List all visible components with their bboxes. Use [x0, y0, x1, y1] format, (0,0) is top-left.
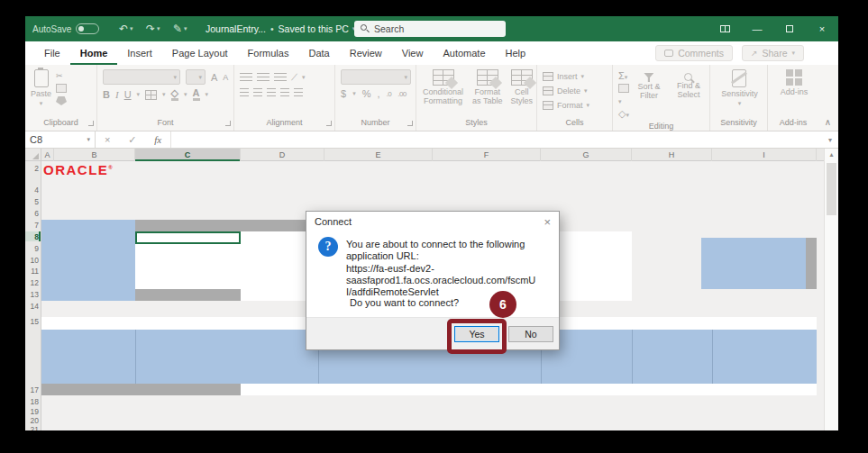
scrollbar-thumb[interactable]: [827, 163, 836, 215]
borders-button[interactable]: [145, 90, 157, 100]
autosave-toggle[interactable]: AutoSave: [32, 16, 99, 41]
fill-button[interactable]: ▾: [618, 84, 629, 105]
bold-button[interactable]: B: [103, 89, 110, 100]
tab-help[interactable]: Help: [496, 41, 536, 65]
selected-cell-C8[interactable]: [135, 231, 241, 244]
sort-filter-button[interactable]: Sort & Filter: [634, 73, 664, 120]
tab-view[interactable]: View: [392, 41, 434, 65]
row-header-9[interactable]: 9: [25, 243, 41, 253]
decrease-font-size-button[interactable]: A: [223, 73, 228, 82]
percent-style-button[interactable]: %: [362, 88, 371, 99]
row-header-6[interactable]: 6: [25, 208, 41, 218]
row-header-18[interactable]: 18: [25, 396, 41, 406]
column-header-H[interactable]: H: [632, 149, 712, 161]
row-header-13[interactable]: 13: [25, 289, 41, 299]
paste-button[interactable]: Paste ▾: [31, 69, 51, 116]
format-painter-button[interactable]: [56, 96, 67, 105]
font-name-select[interactable]: ▾: [103, 69, 180, 85]
cut-button[interactable]: ✂: [56, 71, 67, 80]
addins-button[interactable]: Add-ins: [781, 69, 809, 116]
tab-home[interactable]: Home: [70, 41, 118, 65]
enter-formula-button[interactable]: ✓: [128, 134, 136, 146]
align-top-button[interactable]: [240, 73, 252, 82]
orientation-button[interactable]: ⟋: [291, 72, 297, 83]
formula-input[interactable]: [171, 131, 822, 148]
cancel-formula-button[interactable]: ×: [105, 134, 110, 145]
increase-indent-button[interactable]: [294, 88, 303, 97]
redo-button[interactable]: ↷▾: [146, 16, 160, 41]
cell-styles-button[interactable]: Cell Styles: [511, 69, 534, 116]
tab-data[interactable]: Data: [298, 41, 339, 65]
increase-font-size-button[interactable]: A: [211, 72, 217, 83]
comments-button[interactable]: Comments: [655, 45, 733, 61]
accounting-format-button[interactable]: $: [341, 88, 346, 99]
underline-button[interactable]: U: [124, 89, 132, 100]
minimize-button[interactable]: —: [741, 16, 773, 41]
tab-review[interactable]: Review: [340, 41, 392, 65]
align-middle-button[interactable]: [257, 73, 270, 82]
alignment-dialog-launcher[interactable]: [326, 121, 332, 126]
expand-formula-bar-button[interactable]: ▾: [822, 131, 838, 148]
cell-range-blue-right[interactable]: [701, 238, 806, 289]
name-box[interactable]: C8 ▾: [25, 131, 96, 148]
row-header-7[interactable]: 7: [25, 220, 41, 230]
document-title[interactable]: JournalEntry... • Saved to this PC ▾: [206, 16, 355, 41]
insert-function-button[interactable]: fx: [154, 134, 161, 145]
close-button[interactable]: ×: [806, 16, 838, 41]
decrease-decimal-button[interactable]: .00: [397, 90, 407, 98]
undo-button[interactable]: ↶▾: [119, 16, 133, 41]
row-header-5[interactable]: 5: [25, 196, 41, 206]
clipboard-dialog-launcher[interactable]: [88, 121, 94, 126]
row-header-11[interactable]: 11: [25, 266, 41, 276]
number-dialog-launcher[interactable]: [407, 121, 413, 126]
tab-page-layout[interactable]: Page Layout: [162, 41, 238, 65]
row-header-17[interactable]: 17: [25, 385, 41, 394]
tab-insert[interactable]: Insert: [117, 41, 162, 65]
restore-button[interactable]: [773, 16, 806, 41]
tab-automate[interactable]: Automate: [433, 41, 495, 65]
share-button[interactable]: ↗ Share ▾: [742, 45, 804, 61]
conditional-formatting-button[interactable]: Conditional Formatting: [422, 69, 464, 116]
font-color-button[interactable]: A: [193, 88, 200, 101]
align-center-button[interactable]: [253, 88, 262, 97]
cell-range-gray-row13[interactable]: [135, 289, 241, 301]
cell-range-gray-right[interactable]: [806, 238, 817, 289]
number-format-select[interactable]: ▾: [341, 69, 411, 85]
increase-decimal-button[interactable]: .0: [386, 90, 391, 98]
row-header-10[interactable]: 10: [25, 255, 41, 265]
ribbon-display-options-button[interactable]: [708, 16, 741, 41]
row-header-15[interactable]: 15: [25, 316, 41, 326]
cell-range-gray-row18[interactable]: [41, 384, 241, 395]
collapse-ribbon-button[interactable]: ∧: [825, 117, 831, 127]
search-input[interactable]: Search: [354, 21, 506, 37]
column-header-A[interactable]: A: [41, 149, 54, 161]
find-select-button[interactable]: Find & Select: [672, 73, 706, 120]
scroll-up-icon[interactable]: ▴: [825, 150, 838, 159]
row-header-12[interactable]: 12: [25, 277, 41, 287]
quick-access-customize[interactable]: ✎▾: [173, 16, 187, 41]
align-bottom-button[interactable]: [274, 73, 287, 82]
sensitivity-button[interactable]: Sensitivity ▾: [721, 69, 758, 116]
autosum-button[interactable]: Σ▾: [618, 70, 629, 81]
select-all-corner[interactable]: [25, 149, 41, 161]
column-header-D[interactable]: D: [241, 149, 324, 161]
decrease-indent-button[interactable]: [280, 88, 289, 97]
format-as-table-button[interactable]: Format as Table: [472, 69, 502, 116]
font-size-select[interactable]: ▾: [186, 69, 206, 85]
comma-style-button[interactable]: ,: [377, 88, 379, 99]
dialog-close-button[interactable]: ×: [544, 216, 551, 228]
fill-color-button[interactable]: ◇: [171, 88, 178, 101]
font-dialog-launcher[interactable]: [225, 121, 231, 126]
clear-button[interactable]: ◇▾: [618, 108, 629, 120]
column-header-C[interactable]: C: [135, 149, 241, 161]
delete-cells-button[interactable]: Delete▾: [543, 84, 608, 97]
cell-range-blue-left[interactable]: [41, 220, 135, 301]
format-cells-button[interactable]: Format▾: [543, 98, 608, 112]
italic-button[interactable]: I: [115, 89, 119, 100]
column-header-E[interactable]: E: [324, 149, 433, 161]
align-right-button[interactable]: [267, 88, 276, 97]
tab-formulas[interactable]: Formulas: [238, 41, 299, 65]
column-header-I[interactable]: I: [712, 149, 817, 161]
column-header-G[interactable]: G: [541, 149, 632, 161]
insert-cells-button[interactable]: Insert▾: [543, 69, 608, 83]
